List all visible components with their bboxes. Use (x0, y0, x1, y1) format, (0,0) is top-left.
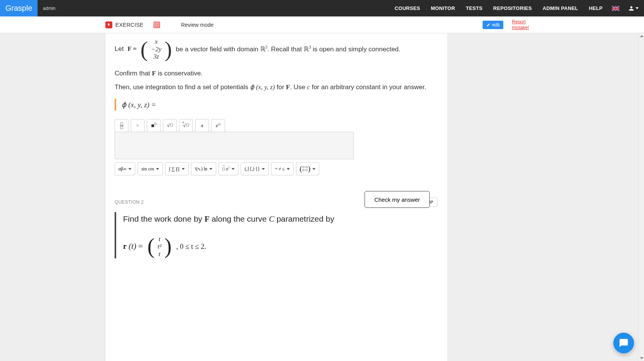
tool-times[interactable]: × (131, 119, 145, 132)
vector-r: ( t t² t ) (148, 235, 172, 258)
math-editor: × √ √ π e αβ∞ sin cos ∫ ∑ ∏ (115, 119, 354, 175)
exercise-sheet: Let F = ( x −2y 3z ) be a vector field w… (105, 33, 447, 361)
tool-bigops[interactable]: ∫ ∑ ∏ (165, 162, 189, 175)
tool-matrix[interactable]: ( ) (296, 162, 319, 175)
nav-admin-panel[interactable]: ADMIN PANEL (537, 0, 584, 16)
math-toolbar-bottom: αβ∞ sin cos ∫ ∑ ∏ !(ⁿₖ) ln → x□ (,] [,) … (115, 162, 354, 175)
symbol-F: F = (128, 43, 137, 55)
vector-F: ( x −2y 3z ) (140, 38, 172, 60)
uk-flag-icon (612, 6, 619, 11)
tool-nthroot[interactable]: √ (179, 119, 193, 132)
nav-monitor[interactable]: MONITOR (426, 0, 460, 16)
svg-rect-4 (612, 8, 619, 9)
math-input-area[interactable] (115, 132, 354, 159)
question2-label: QUESTION 2 (115, 199, 144, 205)
edit-button[interactable]: edit (483, 21, 503, 29)
bolt-icon (105, 21, 112, 28)
tool-power[interactable] (147, 119, 161, 132)
scroll-up-arrow[interactable] (639, 33, 644, 39)
tool-fraction[interactable] (115, 119, 128, 132)
exercise-subnav: EXERCISE Review mode edit Report mistake… (0, 16, 644, 33)
grid-icon[interactable] (153, 21, 160, 28)
chat-icon (619, 338, 629, 348)
tool-vectors[interactable]: → x□ (219, 162, 239, 175)
tool-factorial-ln[interactable]: !(ⁿₖ) ln (191, 162, 216, 175)
user-icon (629, 6, 634, 11)
scroll-down-arrow[interactable] (639, 355, 644, 361)
tool-greek[interactable]: αβ∞ (115, 162, 135, 175)
exercise-label: EXERCISE (115, 22, 143, 28)
nav-courses[interactable]: COURSES (389, 0, 426, 16)
language-flag-uk[interactable] (608, 0, 623, 16)
review-mode-label: Review mode (181, 22, 214, 28)
svg-rect-5 (154, 22, 160, 28)
chat-widget[interactable] (613, 333, 634, 353)
page-body: Let F = ( x −2y 3z ) be a vector field w… (0, 33, 644, 361)
nav-tests[interactable]: TESTS (460, 0, 488, 16)
caret-down-icon (636, 7, 639, 9)
nav-help[interactable]: HELP (583, 0, 608, 16)
brand-logo[interactable]: Grasple (0, 0, 38, 16)
answer-prompt-phi: ϕ (x, y, z) = (115, 99, 438, 111)
question1-prompt: Let F = ( x −2y 3z ) be a vector field w… (115, 33, 438, 93)
question2-body: Find the work done by F along the curve … (115, 212, 438, 258)
report-mistake-link[interactable]: Report mistake! (512, 19, 529, 30)
math-toolbar-top: × √ √ π e (115, 119, 354, 132)
edit-button-label: edit (492, 22, 499, 28)
check-answer-button[interactable]: Check my answer (365, 191, 430, 208)
tool-sqrt[interactable]: √ (163, 119, 177, 132)
scrollbar[interactable] (638, 33, 644, 361)
pencil-icon (486, 23, 490, 27)
tool-brackets[interactable]: (,] [,) {} (241, 162, 269, 175)
nav-repositories[interactable]: REPOSITORIES (488, 0, 537, 16)
exercise-badge: EXERCISE (105, 21, 143, 28)
tool-exp[interactable]: e (211, 119, 225, 132)
user-menu[interactable] (623, 0, 644, 16)
tool-pi[interactable]: π (195, 119, 209, 132)
role-label: admin (38, 0, 61, 16)
tool-trig[interactable]: sin cos (138, 162, 163, 175)
top-nav: Grasple admin COURSES MONITOR TESTS REPO… (0, 0, 644, 16)
tool-relations[interactable]: = ≠ ≤ (271, 162, 294, 175)
